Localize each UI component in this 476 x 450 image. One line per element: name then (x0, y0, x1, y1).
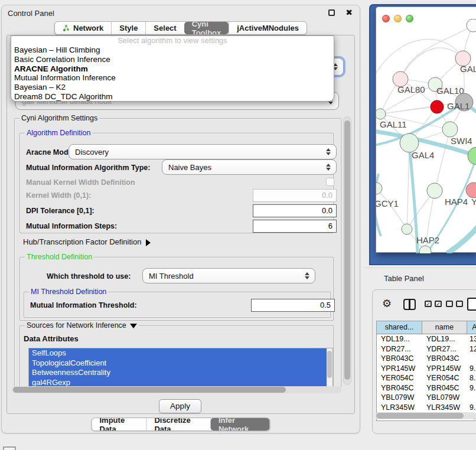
algorithm-option-bayesian-k2[interactable]: Bayesian – K2 (11, 83, 334, 92)
network-node-hap2[interactable] (402, 224, 412, 234)
kernel-width-field[interactable]: 0.0 (253, 189, 337, 202)
gear-icon[interactable] (382, 297, 392, 309)
table-row[interactable]: YBR043CYBR043C (377, 354, 476, 364)
cyni-bottom-tabs: Impute DataDiscretize DataInfer Network (92, 418, 270, 431)
tab-label: Infer Network (219, 418, 262, 431)
scrollbar-thumb[interactable] (376, 413, 464, 419)
algorithm-option-aracne-algorithm[interactable]: ARACNE Algorithm (11, 64, 334, 74)
network-node-y-partial[interactable] (466, 182, 476, 198)
select-all-checkbox-icon[interactable] (425, 301, 432, 307)
network-node-gcy1[interactable] (376, 182, 382, 194)
data-attributes-label: Data Attributes (24, 334, 79, 343)
file-icon[interactable] (467, 298, 476, 311)
column-header-name[interactable]: name (422, 321, 467, 334)
tab-impute-data[interactable]: Impute Data (92, 418, 146, 431)
settings-horizontal-scrollbar[interactable] (12, 386, 341, 393)
mi-steps-field[interactable]: 6 (253, 220, 337, 233)
tab-infer-network[interactable]: Infer Network (211, 418, 270, 431)
network-node-hap4[interactable] (427, 183, 442, 198)
network-edge (400, 48, 463, 79)
table-cell: YPR145W (377, 364, 422, 374)
attribute-item-selfloops[interactable]: SelfLoops (29, 348, 327, 358)
cyni-algorithm-settings-group: Cyni Algorithm Settings Algorithm Defini… (14, 118, 341, 387)
network-node-red-node[interactable] (431, 100, 444, 113)
network-edge (435, 129, 450, 191)
table-cell: YLR345W (377, 403, 422, 413)
attributes-list-scrollbar[interactable] (327, 348, 332, 386)
algorithm-definition-group: Algorithm Definition Aracne Mode: Discov… (19, 133, 334, 233)
settings-vertical-scrollbar[interactable] (343, 116, 351, 385)
algorithm-dropdown-popup: Select algorithm to view settings Bayesi… (11, 35, 334, 102)
table-row[interactable]: YPR145WYPR145W9. (377, 364, 476, 374)
table-cell: YBL079W (422, 393, 467, 403)
algorithm-option-dream8-dc-tdc-algorithm[interactable]: Dream8 DC_TDC Algorithm (11, 92, 334, 102)
data-attributes-items: SelfLoopsTopologicalCoefficientBetweenne… (29, 348, 327, 387)
table-cell: YER054C (422, 373, 467, 383)
table-cell: YBR045C (422, 383, 467, 393)
apply-button[interactable]: Apply (159, 399, 201, 413)
node-label-gal-partial: GAL (460, 64, 476, 74)
mi-type-label: Mutual Information Algorithm Type: (26, 164, 150, 172)
table-cell: 9. (467, 364, 476, 374)
tab-select[interactable]: Select (145, 22, 184, 34)
column-header-a[interactable]: A (467, 321, 476, 334)
table-toolbar (373, 296, 476, 317)
column-header-shared[interactable]: shared... (377, 321, 422, 334)
network-node-gal11[interactable] (376, 109, 386, 119)
table-cell: YBR043C (377, 354, 422, 364)
algorithm-option-basic-correlation-inference[interactable]: Basic Correlation Inference (11, 55, 334, 64)
hub-definition-toggle[interactable]: Hub/Transcription Factor Definition (23, 237, 151, 246)
tab-jactivemnodules[interactable]: jActiveMNodules (229, 22, 307, 34)
combo-arrows-icon (302, 272, 312, 279)
float-icon[interactable] (328, 9, 335, 16)
tab-label: Cyni Toolbox (192, 21, 221, 35)
columns-icon[interactable] (403, 299, 416, 310)
table-row[interactable]: YDL19...YDL19...13 (377, 334, 476, 344)
table-row[interactable]: YER054CYER054C8. (377, 373, 476, 383)
attribute-item-gal4rgexp[interactable]: gal4RGexp (29, 378, 327, 387)
table-row[interactable]: YDR27...YDR27...12 (377, 344, 476, 354)
cyni-settings-group-title: Cyni Algorithm Settings (19, 115, 99, 122)
algorithm-option-bayesian-hill-climbing[interactable]: Bayesian – Hill Climbing (11, 45, 334, 55)
scrollbar-thumb[interactable] (13, 387, 286, 393)
close-icon[interactable] (345, 8, 353, 17)
tab-discretize-data[interactable]: Discretize Data (146, 418, 211, 431)
network-node-unlabeled-top[interactable] (467, 19, 476, 32)
which-threshold-combo[interactable]: MI Threshold (142, 268, 315, 283)
table-cell: YER054C (377, 373, 422, 383)
deselect-all-checkbox-icon[interactable] (446, 301, 453, 307)
attribute-item-topologicalcoefficient[interactable]: TopologicalCoefficient (29, 358, 327, 369)
collapsed-panel-icon[interactable] (3, 446, 16, 450)
table-row[interactable]: YBR045CYBR045C9. (377, 383, 476, 393)
table-header-row: shared...nameA (377, 321, 476, 334)
table-row[interactable]: YBL079WYBL079W (377, 393, 476, 403)
select-all-checkbox-icon[interactable] (435, 301, 442, 307)
tab-network[interactable]: Network (55, 22, 111, 34)
network-canvas[interactable]: GALGAL80GAL10GAL1GAL11GAL4SWI4GCY1HAP4YH… (376, 19, 476, 253)
sources-group-title[interactable]: Sources for Network Inference (25, 321, 139, 330)
attribute-item-betweennesscentrality[interactable]: BetweennessCentrality (29, 368, 327, 378)
table-cell: 13 (467, 334, 476, 344)
table-panel-title: Table Panel (384, 274, 424, 283)
scrollbar-thumb[interactable] (344, 120, 350, 380)
algorithm-dropdown-items: Bayesian – Hill ClimbingBasic Correlatio… (11, 45, 334, 102)
tab-cyni-toolbox[interactable]: Cyni Toolbox (184, 22, 229, 34)
network-node-swi4[interactable] (468, 147, 476, 165)
algorithm-option-mutual-information-inference[interactable]: Mutual Information Inference (11, 73, 334, 83)
dpi-tolerance-field[interactable]: 0.0 (253, 204, 337, 217)
table-panel-header: Table Panel (364, 268, 476, 289)
aracne-mode-combo[interactable]: Discovery (69, 144, 337, 159)
deselect-all-checkbox-icon[interactable] (456, 301, 463, 307)
mi-type-combo[interactable]: Naive Bayes (162, 159, 337, 175)
table-cell (467, 393, 476, 403)
mi-threshold-field[interactable]: 0.5 (251, 299, 335, 312)
table-horizontal-scrollbar[interactable] (375, 412, 476, 419)
network-node-gal1[interactable] (442, 122, 458, 137)
manual-kernel-checkbox[interactable] (326, 178, 334, 186)
table-body: YDL19...YDL19...13YDR27...YDR27...12YBR0… (377, 334, 476, 421)
combo-arrows-icon (323, 148, 334, 155)
control-panel-title: Control Panel (8, 9, 54, 18)
cyni-toolbox-page: galFiltered.sif default node Select algo… (6, 35, 355, 414)
table-row[interactable]: YLR345WYLR345W9. (377, 403, 476, 413)
tab-style[interactable]: Style (111, 22, 145, 34)
